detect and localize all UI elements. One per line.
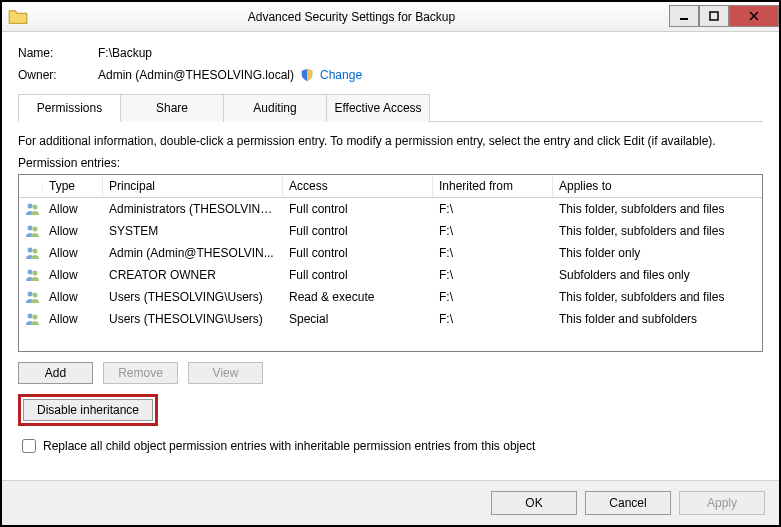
cancel-button[interactable]: Cancel [585, 491, 671, 515]
ok-button[interactable]: OK [491, 491, 577, 515]
cell-principal: Admin (Admin@THESOLVIN... [103, 243, 283, 263]
svg-point-4 [28, 204, 33, 209]
disable-inheritance-highlight: Disable inheritance [18, 394, 158, 426]
svg-point-13 [33, 293, 38, 298]
owner-label: Owner: [18, 68, 98, 82]
svg-rect-1 [710, 12, 718, 20]
cell-type: Allow [43, 309, 103, 329]
view-button: View [188, 362, 263, 384]
svg-point-14 [28, 314, 33, 319]
svg-point-7 [33, 227, 38, 232]
cell-applies: This folder, subfolders and files [553, 199, 762, 219]
cell-access: Full control [283, 265, 433, 285]
entries-label: Permission entries: [18, 156, 763, 170]
maximize-button[interactable] [699, 5, 729, 27]
tab-effective-access[interactable]: Effective Access [327, 94, 430, 122]
cell-access: Special [283, 309, 433, 329]
col-applies[interactable]: Applies to [553, 175, 762, 197]
users-icon [19, 286, 43, 308]
cell-principal: Administrators (THESOLVING... [103, 199, 283, 219]
dialog-footer: OK Cancel Apply [2, 480, 779, 525]
tab-share[interactable]: Share [121, 94, 224, 122]
cell-inherited: F:\ [433, 243, 553, 263]
close-button[interactable] [729, 5, 779, 27]
cell-inherited: F:\ [433, 287, 553, 307]
shield-icon [300, 68, 314, 82]
cell-applies: This folder, subfolders and files [553, 287, 762, 307]
folder-icon [8, 7, 28, 27]
svg-point-8 [28, 248, 33, 253]
svg-point-6 [28, 226, 33, 231]
cell-principal: Users (THESOLVING\Users) [103, 309, 283, 329]
users-icon [19, 308, 43, 330]
tab-auditing[interactable]: Auditing [224, 94, 327, 122]
users-icon [19, 264, 43, 286]
svg-point-15 [33, 315, 38, 320]
svg-point-5 [33, 205, 38, 210]
table-row[interactable]: AllowAdministrators (THESOLVING...Full c… [19, 198, 762, 220]
cell-type: Allow [43, 243, 103, 263]
users-icon [19, 220, 43, 242]
name-label: Name: [18, 46, 98, 60]
col-inherited[interactable]: Inherited from [433, 175, 553, 197]
minimize-button[interactable] [669, 5, 699, 27]
disable-inheritance-button[interactable]: Disable inheritance [23, 399, 153, 421]
svg-point-9 [33, 249, 38, 254]
cell-access: Full control [283, 199, 433, 219]
cell-principal: Users (THESOLVING\Users) [103, 287, 283, 307]
cell-applies: This folder, subfolders and files [553, 221, 762, 241]
replace-child-checkbox[interactable] [22, 439, 36, 453]
cell-type: Allow [43, 265, 103, 285]
info-text: For additional information, double-click… [18, 134, 763, 148]
title-bar: Advanced Security Settings for Backup [2, 2, 779, 32]
name-value: F:\Backup [98, 46, 152, 60]
cell-type: Allow [43, 287, 103, 307]
cell-principal: CREATOR OWNER [103, 265, 283, 285]
change-owner-link[interactable]: Change [320, 68, 362, 82]
cell-inherited: F:\ [433, 265, 553, 285]
cell-type: Allow [43, 221, 103, 241]
cell-inherited: F:\ [433, 309, 553, 329]
table-row[interactable]: AllowUsers (THESOLVING\Users)Read & exec… [19, 286, 762, 308]
users-icon [19, 198, 43, 220]
cell-applies: Subfolders and files only [553, 265, 762, 285]
col-principal[interactable]: Principal [103, 175, 283, 197]
svg-point-10 [28, 270, 33, 275]
tabs: Permissions Share Auditing Effective Acc… [18, 94, 763, 122]
grid-header: Type Principal Access Inherited from App… [19, 175, 762, 198]
table-row[interactable]: AllowAdmin (Admin@THESOLVIN...Full contr… [19, 242, 762, 264]
cell-access: Full control [283, 221, 433, 241]
apply-button: Apply [679, 491, 765, 515]
cell-type: Allow [43, 199, 103, 219]
cell-principal: SYSTEM [103, 221, 283, 241]
svg-point-11 [33, 271, 38, 276]
col-access[interactable]: Access [283, 175, 433, 197]
col-type[interactable]: Type [43, 175, 103, 197]
tab-permissions[interactable]: Permissions [18, 94, 121, 122]
cell-access: Full control [283, 243, 433, 263]
cell-applies: This folder only [553, 243, 762, 263]
cell-inherited: F:\ [433, 199, 553, 219]
add-button[interactable]: Add [18, 362, 93, 384]
cell-inherited: F:\ [433, 221, 553, 241]
table-row[interactable]: AllowUsers (THESOLVING\Users)SpecialF:\T… [19, 308, 762, 330]
owner-value: Admin (Admin@THESOLVING.local) [98, 68, 294, 82]
window-title: Advanced Security Settings for Backup [34, 10, 669, 24]
svg-point-12 [28, 292, 33, 297]
remove-button: Remove [103, 362, 178, 384]
permission-grid: Type Principal Access Inherited from App… [18, 174, 763, 352]
users-icon [19, 242, 43, 264]
cell-access: Read & execute [283, 287, 433, 307]
replace-child-label: Replace all child object permission entr… [43, 439, 535, 453]
table-row[interactable]: AllowCREATOR OWNERFull controlF:\Subfold… [19, 264, 762, 286]
cell-applies: This folder and subfolders [553, 309, 762, 329]
table-row[interactable]: AllowSYSTEMFull controlF:\This folder, s… [19, 220, 762, 242]
